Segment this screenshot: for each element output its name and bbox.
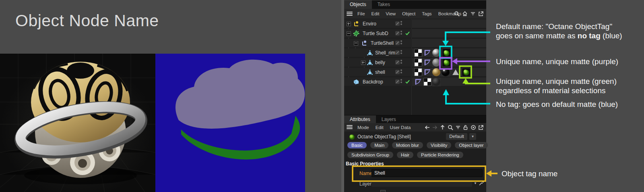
pop-out-icon[interactable] [478,10,484,17]
object-label[interactable]: shell [375,69,385,75]
basic-properties-header: Basic Properties [346,161,384,167]
back-icon[interactable] [424,124,430,130]
object-label[interactable]: Shell_rim [375,50,395,56]
enable-toggle-icon[interactable] [395,79,400,84]
menu-tags[interactable]: Tags [419,11,435,16]
tab-takes[interactable]: Takes [372,0,396,9]
attr-title-row: Octane ObjectTag [Shell] Default ▼ [344,133,486,141]
tab-objects[interactable]: Objects [344,0,372,9]
hamburger-icon[interactable] [347,125,353,129]
pill-motion-blur[interactable]: Motion blur [392,142,423,148]
tree-row-turtleshell[interactable]: TurtleShell [344,38,486,48]
enable-toggle-icon[interactable] [395,41,400,45]
phong-tag-icon[interactable] [423,48,432,57]
pill-visibility[interactable]: Visibility [427,142,451,148]
compositing-tag-icon[interactable] [423,77,432,86]
filter-icon[interactable] [455,124,461,130]
search-icon[interactable] [454,10,460,17]
menu-edit[interactable]: Edit [372,125,387,130]
lock-icon[interactable] [462,124,469,130]
phong-tag-icon[interactable] [423,58,432,67]
up-icon[interactable] [440,124,446,130]
annotation-object-tag-name: Object tag name [502,169,557,178]
hamburger-icon[interactable] [347,12,353,16]
annotation-default-name: Default name: "Octane ObjectTag" goes on… [496,22,622,40]
collapse-icon[interactable] [354,41,358,46]
pin-icon[interactable] [470,124,476,130]
octane-objecttag-icon[interactable] [442,58,451,67]
pop-out-icon[interactable] [478,124,484,130]
menu-file[interactable]: File [354,11,368,16]
tree-row-belly[interactable]: belly [344,58,486,67]
pill-basic[interactable]: Basic [347,142,367,148]
preset-dropdown-arrow[interactable]: ▼ [469,133,476,140]
tree-row-enviro[interactable]: Enviro [344,19,486,29]
visibility-dots-icon[interactable] [400,31,402,36]
octane-objecttag-icon[interactable] [442,48,451,57]
phong-tag-icon[interactable] [423,68,432,77]
menu-object[interactable]: Object [399,11,419,16]
pill-hair[interactable]: Hair [397,152,413,158]
layer-dropdown-arrow[interactable]: ▼ [474,182,477,185]
phong-tag-icon[interactable] [414,77,423,86]
tab-attributes[interactable]: Attributes [344,115,376,123]
expand-icon[interactable] [361,61,365,65]
material-dark-icon[interactable] [432,77,441,86]
tree-row-backdrop[interactable]: Backdrop [344,77,486,87]
material-gray-icon[interactable] [432,58,441,67]
search-icon[interactable] [447,124,453,130]
pill-main[interactable]: Main [370,142,388,148]
texture-tag-icon[interactable] [414,58,423,67]
menu-user-data[interactable]: User Data [387,125,414,130]
expand-icon[interactable] [347,22,351,26]
menu-view[interactable]: View [382,11,399,16]
null-object-icon [353,21,359,27]
layer-dropdown[interactable] [372,180,472,187]
tree-row-shell-rim[interactable]: Shell_rim [344,48,486,58]
pill-particle-rendering[interactable]: Particle Rendering [417,152,463,158]
pill-object-layer[interactable]: Object layer [455,142,487,148]
menu-mode[interactable]: Mode [354,125,372,130]
enable-toggle-icon[interactable] [395,50,400,55]
home-icon[interactable] [462,10,468,17]
object-label[interactable]: Turtle SubD [363,31,388,36]
visibility-dots-icon[interactable] [400,79,402,84]
matte-pass-image [155,54,305,192]
enabled-check-icon [405,79,410,84]
eyedropper-icon[interactable] [479,180,484,186]
enable-toggle-icon[interactable] [395,70,400,74]
checkbox-icon[interactable] [380,190,386,192]
material-gold-icon[interactable] [432,68,441,77]
texture-tag-icon[interactable] [414,68,423,77]
preset-dropdown[interactable]: Default [446,133,467,140]
pill-subdivision-group[interactable]: Subdivision Group [347,152,393,158]
filter-icon[interactable] [470,10,476,17]
object-label[interactable]: TurtleShell [371,40,394,46]
collapse-icon[interactable] [347,31,351,36]
visibility-dots-icon[interactable] [400,50,402,55]
enable-toggle-icon[interactable] [395,31,400,35]
object-label[interactable]: belly [375,60,385,65]
null-object-icon [361,40,367,46]
tree-row-turtle-subd[interactable]: Turtle SubD [344,29,486,38]
visibility-dots-icon[interactable] [400,21,402,26]
name-input[interactable] [372,169,483,177]
selection-tag-icon[interactable] [451,68,460,77]
visibility-dots-icon[interactable] [400,69,402,75]
material-silver-icon[interactable] [432,48,441,57]
annotation-unique-green: Unique name, unique matte (green) regard… [496,77,617,95]
texture-tag-icon[interactable] [414,48,423,57]
object-label[interactable]: Enviro [363,21,376,27]
octane-objecttag-icon[interactable] [462,68,471,77]
object-label[interactable]: Backdrop [363,79,383,85]
material-black-icon[interactable] [441,68,450,77]
forward-icon[interactable] [432,124,438,130]
objects-tabbar: Objects Takes [344,0,486,9]
enable-toggle-icon[interactable] [395,21,400,26]
visibility-dots-icon[interactable] [400,60,402,65]
visibility-dots-icon[interactable] [400,40,402,46]
enable-toggle-icon[interactable] [395,60,400,65]
tree-row-shell[interactable]: shell [344,67,486,77]
menu-edit[interactable]: Edit [368,11,383,16]
tab-layers[interactable]: Layers [376,115,402,123]
